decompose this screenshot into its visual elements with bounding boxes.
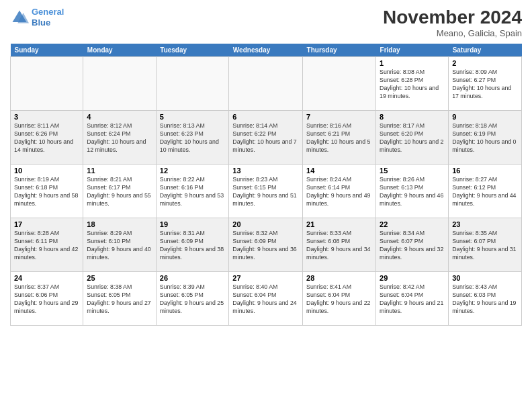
- table-row: 5Sunrise: 8:13 AM Sunset: 6:23 PM Daylig…: [156, 111, 229, 165]
- day-info: Sunrise: 8:13 AM Sunset: 6:23 PM Dayligh…: [160, 122, 226, 154]
- title-block: November 2024 Meano, Galicia, Spain: [383, 7, 522, 38]
- day-info: Sunrise: 8:19 AM Sunset: 6:18 PM Dayligh…: [14, 176, 79, 208]
- day-info: Sunrise: 8:31 AM Sunset: 6:09 PM Dayligh…: [160, 230, 226, 262]
- day-number: 5: [160, 113, 226, 121]
- day-number: 11: [87, 167, 152, 175]
- table-row: 11Sunrise: 8:21 AM Sunset: 6:17 PM Dayli…: [83, 165, 156, 218]
- col-wednesday: Wednesday: [229, 44, 303, 57]
- day-info: Sunrise: 8:35 AM Sunset: 6:07 PM Dayligh…: [452, 230, 518, 262]
- day-info: Sunrise: 8:29 AM Sunset: 6:10 PM Dayligh…: [87, 230, 152, 262]
- day-info: Sunrise: 8:16 AM Sunset: 6:21 PM Dayligh…: [306, 122, 372, 154]
- logo: General Blue: [10, 7, 64, 28]
- table-row: 21Sunrise: 8:33 AM Sunset: 6:08 PM Dayli…: [303, 218, 376, 272]
- table-row: 26Sunrise: 8:39 AM Sunset: 6:05 PM Dayli…: [156, 272, 229, 326]
- table-row: 27Sunrise: 8:40 AM Sunset: 6:04 PM Dayli…: [229, 272, 303, 326]
- day-number: 10: [14, 167, 79, 175]
- day-number: 16: [452, 167, 518, 175]
- day-number: 20: [232, 220, 299, 228]
- table-row: 25Sunrise: 8:38 AM Sunset: 6:05 PM Dayli…: [83, 272, 156, 326]
- day-info: Sunrise: 8:39 AM Sunset: 6:05 PM Dayligh…: [160, 283, 226, 316]
- day-info: Sunrise: 8:22 AM Sunset: 6:16 PM Dayligh…: [160, 176, 226, 208]
- table-row: 18Sunrise: 8:29 AM Sunset: 6:10 PM Dayli…: [83, 218, 156, 272]
- day-number: 14: [306, 167, 372, 175]
- day-number: 21: [306, 220, 372, 228]
- day-number: 13: [232, 167, 299, 175]
- day-number: 23: [452, 220, 518, 228]
- table-row: [156, 57, 229, 111]
- table-row: 22Sunrise: 8:34 AM Sunset: 6:07 PM Dayli…: [376, 218, 449, 272]
- table-row: 9Sunrise: 8:18 AM Sunset: 6:19 PM Daylig…: [449, 111, 522, 165]
- table-row: 6Sunrise: 8:14 AM Sunset: 6:22 PM Daylig…: [229, 111, 303, 165]
- day-info: Sunrise: 8:21 AM Sunset: 6:17 PM Dayligh…: [87, 176, 152, 208]
- table-row: 13Sunrise: 8:23 AM Sunset: 6:15 PM Dayli…: [229, 165, 303, 218]
- calendar-table: Sunday Monday Tuesday Wednesday Thursday…: [10, 44, 522, 326]
- table-row: [229, 57, 303, 111]
- day-info: Sunrise: 8:08 AM Sunset: 6:28 PM Dayligh…: [380, 68, 445, 101]
- col-friday: Friday: [376, 44, 449, 57]
- table-row: 3Sunrise: 8:11 AM Sunset: 6:26 PM Daylig…: [11, 111, 83, 165]
- day-number: 8: [380, 113, 445, 121]
- table-row: 15Sunrise: 8:26 AM Sunset: 6:13 PM Dayli…: [376, 165, 449, 218]
- day-info: Sunrise: 8:24 AM Sunset: 6:14 PM Dayligh…: [306, 176, 372, 208]
- table-row: 1Sunrise: 8:08 AM Sunset: 6:28 PM Daylig…: [376, 57, 449, 111]
- day-info: Sunrise: 8:18 AM Sunset: 6:19 PM Dayligh…: [452, 122, 518, 154]
- day-number: 9: [452, 113, 518, 121]
- day-number: 30: [452, 274, 518, 282]
- day-number: 22: [380, 220, 445, 228]
- table-row: 29Sunrise: 8:42 AM Sunset: 6:04 PM Dayli…: [376, 272, 449, 326]
- day-number: 19: [160, 220, 226, 228]
- day-info: Sunrise: 8:43 AM Sunset: 6:03 PM Dayligh…: [452, 283, 518, 316]
- col-monday: Monday: [83, 44, 156, 57]
- table-row: [11, 57, 83, 111]
- table-row: 17Sunrise: 8:28 AM Sunset: 6:11 PM Dayli…: [11, 218, 83, 272]
- calendar-header-row: Sunday Monday Tuesday Wednesday Thursday…: [11, 44, 522, 57]
- table-row: 2Sunrise: 8:09 AM Sunset: 6:27 PM Daylig…: [449, 57, 522, 111]
- table-row: [83, 57, 156, 111]
- day-number: 24: [14, 274, 79, 282]
- logo-icon: [10, 8, 29, 27]
- logo-line1: General: [32, 7, 64, 17]
- day-info: Sunrise: 8:33 AM Sunset: 6:08 PM Dayligh…: [306, 230, 372, 262]
- day-info: Sunrise: 8:34 AM Sunset: 6:07 PM Dayligh…: [380, 230, 445, 262]
- day-number: 17: [14, 220, 79, 228]
- table-row: 16Sunrise: 8:27 AM Sunset: 6:12 PM Dayli…: [449, 165, 522, 218]
- day-info: Sunrise: 8:27 AM Sunset: 6:12 PM Dayligh…: [452, 176, 518, 208]
- day-number: 15: [380, 167, 445, 175]
- logo-text: General Blue: [32, 7, 64, 28]
- day-number: 3: [14, 113, 79, 121]
- table-row: 4Sunrise: 8:12 AM Sunset: 6:24 PM Daylig…: [83, 111, 156, 165]
- day-info: Sunrise: 8:14 AM Sunset: 6:22 PM Dayligh…: [232, 122, 299, 154]
- day-info: Sunrise: 8:23 AM Sunset: 6:15 PM Dayligh…: [232, 176, 299, 208]
- location: Meano, Galicia, Spain: [383, 28, 522, 38]
- day-info: Sunrise: 8:09 AM Sunset: 6:27 PM Dayligh…: [452, 68, 518, 101]
- col-sunday: Sunday: [11, 44, 83, 57]
- col-thursday: Thursday: [303, 44, 376, 57]
- calendar-week-row: 17Sunrise: 8:28 AM Sunset: 6:11 PM Dayli…: [11, 218, 522, 272]
- day-number: 1: [380, 59, 445, 67]
- table-row: 28Sunrise: 8:41 AM Sunset: 6:04 PM Dayli…: [303, 272, 376, 326]
- calendar-week-row: 24Sunrise: 8:37 AM Sunset: 6:06 PM Dayli…: [11, 272, 522, 326]
- table-row: 14Sunrise: 8:24 AM Sunset: 6:14 PM Dayli…: [303, 165, 376, 218]
- day-number: 4: [87, 113, 152, 121]
- col-saturday: Saturday: [449, 44, 522, 57]
- table-row: 30Sunrise: 8:43 AM Sunset: 6:03 PM Dayli…: [449, 272, 522, 326]
- day-info: Sunrise: 8:40 AM Sunset: 6:04 PM Dayligh…: [232, 283, 299, 316]
- calendar-week-row: 3Sunrise: 8:11 AM Sunset: 6:26 PM Daylig…: [11, 111, 522, 165]
- day-info: Sunrise: 8:38 AM Sunset: 6:05 PM Dayligh…: [87, 283, 152, 316]
- day-number: 28: [306, 274, 372, 282]
- page: General Blue November 2024 Meano, Galici…: [0, 0, 532, 411]
- day-info: Sunrise: 8:42 AM Sunset: 6:04 PM Dayligh…: [380, 283, 445, 316]
- day-number: 18: [87, 220, 152, 228]
- day-number: 27: [232, 274, 299, 282]
- calendar-week-row: 10Sunrise: 8:19 AM Sunset: 6:18 PM Dayli…: [11, 165, 522, 218]
- table-row: 19Sunrise: 8:31 AM Sunset: 6:09 PM Dayli…: [156, 218, 229, 272]
- day-info: Sunrise: 8:28 AM Sunset: 6:11 PM Dayligh…: [14, 230, 79, 262]
- day-number: 29: [380, 274, 445, 282]
- calendar-week-row: 1Sunrise: 8:08 AM Sunset: 6:28 PM Daylig…: [11, 57, 522, 111]
- day-number: 25: [87, 274, 152, 282]
- day-info: Sunrise: 8:12 AM Sunset: 6:24 PM Dayligh…: [87, 122, 152, 154]
- day-info: Sunrise: 8:37 AM Sunset: 6:06 PM Dayligh…: [14, 283, 79, 316]
- table-row: 7Sunrise: 8:16 AM Sunset: 6:21 PM Daylig…: [303, 111, 376, 165]
- table-row: [303, 57, 376, 111]
- table-row: 12Sunrise: 8:22 AM Sunset: 6:16 PM Dayli…: [156, 165, 229, 218]
